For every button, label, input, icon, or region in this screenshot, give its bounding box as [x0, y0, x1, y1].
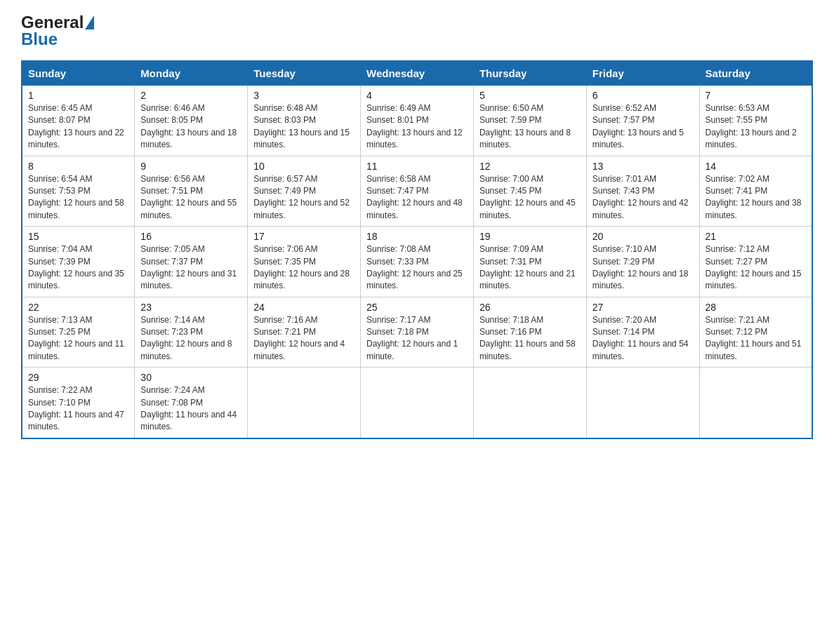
calendar-week-row: 15 Sunrise: 7:04 AMSunset: 7:39 PMDaylig… — [22, 227, 812, 297]
day-number: 5 — [479, 90, 581, 101]
day-info: Sunrise: 6:46 AMSunset: 8:05 PMDaylight:… — [140, 103, 237, 149]
calendar-cell: 16 Sunrise: 7:05 AMSunset: 7:37 PMDaylig… — [135, 227, 248, 297]
day-number: 20 — [593, 231, 694, 242]
day-number: 24 — [253, 302, 355, 313]
day-info: Sunrise: 7:12 AMSunset: 7:27 PMDaylight:… — [706, 244, 802, 290]
day-info: Sunrise: 7:16 AMSunset: 7:21 PMDaylight:… — [253, 315, 345, 361]
day-number: 26 — [479, 302, 581, 313]
day-info: Sunrise: 6:48 AMSunset: 8:03 PMDaylight:… — [253, 103, 350, 149]
day-info: Sunrise: 6:52 AMSunset: 7:57 PMDaylight:… — [593, 103, 684, 149]
calendar-cell: 2 Sunrise: 6:46 AMSunset: 8:05 PMDayligh… — [135, 86, 248, 156]
day-number: 25 — [366, 302, 468, 313]
day-info: Sunrise: 7:13 AMSunset: 7:25 PMDaylight:… — [28, 315, 124, 361]
weekday-header-sunday: Sunday — [22, 61, 135, 86]
day-info: Sunrise: 6:49 AMSunset: 8:01 PMDaylight:… — [366, 103, 463, 149]
day-number: 11 — [366, 161, 468, 172]
weekday-header-monday: Monday — [135, 61, 248, 86]
weekday-header-row: SundayMondayTuesdayWednesdayThursdayFrid… — [22, 61, 812, 86]
calendar-cell: 26 Sunrise: 7:18 AMSunset: 7:16 PMDaylig… — [473, 297, 586, 368]
day-info: Sunrise: 7:02 AMSunset: 7:41 PMDaylight:… — [706, 174, 802, 220]
day-info: Sunrise: 6:50 AMSunset: 7:59 PMDaylight:… — [479, 103, 571, 149]
calendar-cell: 7 Sunrise: 6:53 AMSunset: 7:55 PMDayligh… — [699, 86, 812, 156]
calendar-cell: 24 Sunrise: 7:16 AMSunset: 7:21 PMDaylig… — [248, 297, 361, 368]
day-number: 22 — [28, 302, 128, 313]
calendar-cell: 5 Sunrise: 6:50 AMSunset: 7:59 PMDayligh… — [473, 86, 586, 156]
logo-triangle-icon — [85, 15, 94, 29]
calendar-cell: 21 Sunrise: 7:12 AMSunset: 7:27 PMDaylig… — [699, 227, 812, 297]
calendar-week-row: 22 Sunrise: 7:13 AMSunset: 7:25 PMDaylig… — [22, 297, 812, 368]
day-number: 28 — [706, 302, 806, 313]
day-number: 14 — [706, 161, 806, 172]
day-number: 18 — [366, 231, 468, 242]
day-number: 13 — [593, 161, 694, 172]
calendar-cell: 4 Sunrise: 6:49 AMSunset: 8:01 PMDayligh… — [361, 86, 474, 156]
calendar-cell: 17 Sunrise: 7:06 AMSunset: 7:35 PMDaylig… — [248, 227, 361, 297]
day-info: Sunrise: 7:09 AMSunset: 7:31 PMDaylight:… — [479, 244, 576, 290]
day-info: Sunrise: 6:56 AMSunset: 7:51 PMDaylight:… — [140, 174, 237, 220]
weekday-header-tuesday: Tuesday — [248, 61, 361, 86]
day-number: 1 — [28, 90, 128, 101]
day-info: Sunrise: 7:04 AMSunset: 7:39 PMDaylight:… — [28, 244, 124, 290]
logo-general-text: General — [21, 14, 84, 31]
day-number: 12 — [479, 161, 581, 172]
day-info: Sunrise: 7:05 AMSunset: 7:37 PMDaylight:… — [140, 244, 237, 290]
calendar-cell: 12 Sunrise: 7:00 AMSunset: 7:45 PMDaylig… — [473, 156, 586, 227]
calendar-cell: 1 Sunrise: 6:45 AMSunset: 8:07 PMDayligh… — [22, 86, 135, 156]
day-info: Sunrise: 7:10 AMSunset: 7:29 PMDaylight:… — [593, 244, 689, 290]
calendar-week-row: 8 Sunrise: 6:54 AMSunset: 7:53 PMDayligh… — [22, 156, 812, 227]
calendar-table: SundayMondayTuesdayWednesdayThursdayFrid… — [21, 60, 813, 439]
logo-blue-text: Blue — [21, 31, 94, 48]
day-number: 21 — [706, 231, 806, 242]
calendar-cell — [361, 368, 474, 438]
calendar-week-row: 29 Sunrise: 7:22 AMSunset: 7:10 PMDaylig… — [22, 368, 812, 438]
day-number: 7 — [706, 90, 806, 101]
weekday-header-thursday: Thursday — [473, 61, 586, 86]
calendar-cell: 18 Sunrise: 7:08 AMSunset: 7:33 PMDaylig… — [361, 227, 474, 297]
day-number: 23 — [140, 302, 241, 313]
day-number: 6 — [593, 90, 694, 101]
weekday-header-wednesday: Wednesday — [361, 61, 474, 86]
day-number: 10 — [253, 161, 355, 172]
day-info: Sunrise: 7:24 AMSunset: 7:08 PMDaylight:… — [140, 385, 237, 431]
calendar-cell: 19 Sunrise: 7:09 AMSunset: 7:31 PMDaylig… — [473, 227, 586, 297]
day-info: Sunrise: 7:17 AMSunset: 7:18 PMDaylight:… — [366, 315, 458, 361]
day-info: Sunrise: 6:58 AMSunset: 7:47 PMDaylight:… — [366, 174, 463, 220]
calendar-cell — [586, 368, 699, 438]
day-number: 3 — [253, 90, 355, 101]
day-number: 16 — [140, 231, 241, 242]
calendar-cell: 28 Sunrise: 7:21 AMSunset: 7:12 PMDaylig… — [699, 297, 812, 368]
day-info: Sunrise: 7:22 AMSunset: 7:10 PMDaylight:… — [28, 385, 124, 431]
weekday-header-saturday: Saturday — [699, 61, 812, 86]
calendar-cell: 10 Sunrise: 6:57 AMSunset: 7:49 PMDaylig… — [248, 156, 361, 227]
calendar-cell: 22 Sunrise: 7:13 AMSunset: 7:25 PMDaylig… — [22, 297, 135, 368]
day-info: Sunrise: 7:06 AMSunset: 7:35 PMDaylight:… — [253, 244, 350, 290]
calendar-cell: 11 Sunrise: 6:58 AMSunset: 7:47 PMDaylig… — [361, 156, 474, 227]
calendar-cell: 15 Sunrise: 7:04 AMSunset: 7:39 PMDaylig… — [22, 227, 135, 297]
day-number: 27 — [593, 302, 694, 313]
calendar-cell — [248, 368, 361, 438]
day-number: 4 — [366, 90, 468, 101]
calendar-cell: 8 Sunrise: 6:54 AMSunset: 7:53 PMDayligh… — [22, 156, 135, 227]
day-info: Sunrise: 7:18 AMSunset: 7:16 PMDaylight:… — [479, 315, 576, 361]
page-header: General Blue — [21, 14, 813, 48]
day-number: 15 — [28, 231, 128, 242]
day-info: Sunrise: 7:00 AMSunset: 7:45 PMDaylight:… — [479, 174, 576, 220]
calendar-cell: 13 Sunrise: 7:01 AMSunset: 7:43 PMDaylig… — [586, 156, 699, 227]
calendar-cell: 20 Sunrise: 7:10 AMSunset: 7:29 PMDaylig… — [586, 227, 699, 297]
calendar-cell: 23 Sunrise: 7:14 AMSunset: 7:23 PMDaylig… — [135, 297, 248, 368]
day-number: 29 — [28, 372, 128, 383]
calendar-cell: 25 Sunrise: 7:17 AMSunset: 7:18 PMDaylig… — [361, 297, 474, 368]
day-info: Sunrise: 7:08 AMSunset: 7:33 PMDaylight:… — [366, 244, 463, 290]
day-info: Sunrise: 6:45 AMSunset: 8:07 PMDaylight:… — [28, 103, 124, 149]
day-info: Sunrise: 7:14 AMSunset: 7:23 PMDaylight:… — [140, 315, 232, 361]
calendar-cell: 29 Sunrise: 7:22 AMSunset: 7:10 PMDaylig… — [22, 368, 135, 438]
day-info: Sunrise: 6:57 AMSunset: 7:49 PMDaylight:… — [253, 174, 350, 220]
logo: General Blue — [21, 14, 94, 48]
weekday-header-friday: Friday — [586, 61, 699, 86]
calendar-cell: 3 Sunrise: 6:48 AMSunset: 8:03 PMDayligh… — [248, 86, 361, 156]
calendar-cell — [699, 368, 812, 438]
day-number: 30 — [140, 372, 241, 383]
day-info: Sunrise: 6:53 AMSunset: 7:55 PMDaylight:… — [706, 103, 797, 149]
day-number: 19 — [479, 231, 581, 242]
calendar-cell: 27 Sunrise: 7:20 AMSunset: 7:14 PMDaylig… — [586, 297, 699, 368]
